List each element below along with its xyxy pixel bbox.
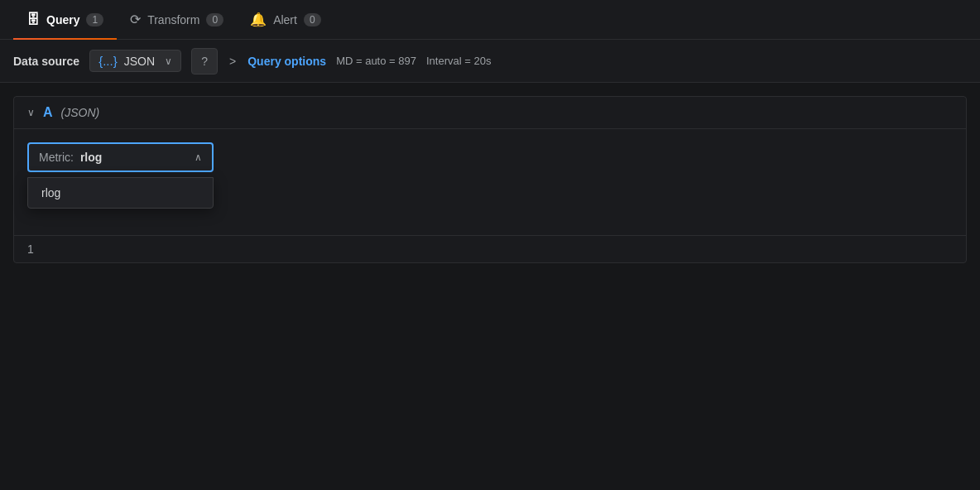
query-options-label[interactable]: Query options xyxy=(247,55,326,68)
query-type: (JSON) xyxy=(61,106,100,119)
query-header: ∨ A (JSON) xyxy=(14,97,966,129)
metric-value: rlog xyxy=(80,151,102,164)
tab-query[interactable]: 🗄 Query 1 xyxy=(13,0,117,40)
help-button[interactable]: ? xyxy=(191,48,218,74)
metric-dropdown-button[interactable]: Metric: rlog ∧ xyxy=(27,142,214,172)
metric-dropdown-list: rlog xyxy=(27,177,214,209)
chevron-up-icon: ∧ xyxy=(195,151,202,163)
collapse-icon[interactable]: ∨ xyxy=(27,107,35,118)
dropdown-item-rlog[interactable]: rlog xyxy=(28,178,213,208)
tab-bar: 🗄 Query 1 ⟳ Transform 0 🔔 Alert 0 xyxy=(0,0,980,40)
row-number: 1 xyxy=(27,243,34,256)
tab-alert-label: Alert xyxy=(273,13,297,26)
datasource-label: Data source xyxy=(13,55,79,68)
tab-transform[interactable]: ⟳ Transform 0 xyxy=(117,0,237,40)
datasource-selector[interactable]: {...} JSON ∨ xyxy=(89,50,181,72)
chevron-right-icon: > xyxy=(229,55,236,68)
number-row: 1 xyxy=(14,235,966,262)
datasource-name: JSON xyxy=(124,55,155,68)
help-icon: ? xyxy=(201,55,208,68)
tab-transform-badge: 0 xyxy=(206,13,223,26)
tab-query-label: Query xyxy=(46,13,79,26)
metric-label: Metric: xyxy=(39,151,77,164)
chevron-down-icon: ∨ xyxy=(165,55,172,67)
json-icon: {...} xyxy=(98,54,118,68)
interval-meta: Interval = 20s xyxy=(426,55,491,67)
transform-icon: ⟳ xyxy=(130,12,141,27)
toolbar: Data source {...} JSON ∨ ? > Query optio… xyxy=(0,40,980,83)
query-section: ∨ A (JSON) Metric: rlog ∧ rlog 1 xyxy=(13,96,967,263)
tab-query-badge: 1 xyxy=(86,13,103,26)
md-meta: MD = auto = 897 xyxy=(336,55,416,67)
query-icon: 🗄 xyxy=(26,12,40,27)
tab-alert-badge: 0 xyxy=(304,13,321,26)
alert-icon: 🔔 xyxy=(250,12,267,27)
query-label: A xyxy=(43,105,53,120)
tab-transform-label: Transform xyxy=(147,13,199,26)
metric-container: Metric: rlog ∧ rlog xyxy=(14,129,966,185)
tab-alert[interactable]: 🔔 Alert 0 xyxy=(237,0,334,40)
